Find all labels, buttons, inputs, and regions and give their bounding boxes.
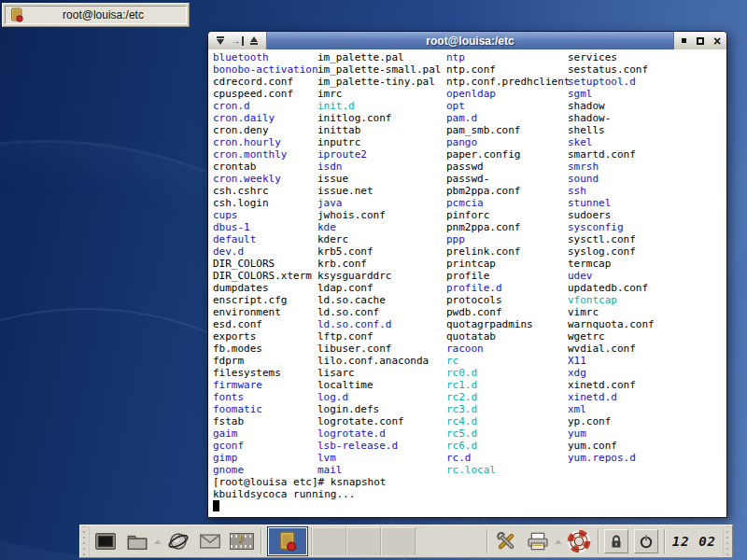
file-entry: ld.so.conf.d [317, 318, 441, 330]
file-entry: dbus-1 [213, 221, 318, 233]
file-entry: cron.deny [213, 124, 318, 136]
file-entry: printcap [446, 258, 570, 270]
panel-hide-handle-left[interactable] [80, 526, 90, 556]
file-entry: pam_smb.conf [446, 124, 570, 136]
file-entry: protocols [446, 294, 570, 306]
panel-hide-handle-right[interactable] [723, 526, 732, 556]
file-entry: cron.monthly [213, 148, 318, 161]
globe-browser-icon[interactable] [164, 527, 192, 555]
file-entry: sestatus.conf [568, 63, 655, 76]
file-entry: pbm2ppa.conf [446, 185, 570, 197]
file-entry: quotatab [446, 330, 570, 343]
file-entry: yp.conf [568, 415, 655, 427]
file-entry: cdrecord.conf [213, 76, 318, 88]
file-entry: vfontcap [568, 294, 655, 306]
file-entry: initlog.conf [317, 112, 441, 124]
mail-envelope-icon[interactable] [196, 527, 224, 555]
taskbar-task-button[interactable]: root@louisa:/etc [5, 6, 187, 24]
file-entry: gconf [213, 440, 318, 452]
file-entry: java [317, 197, 441, 209]
file-entry: ld.so.cache [317, 294, 441, 306]
popup-arrow-icon[interactable] [555, 539, 562, 544]
file-entry: bluetooth [213, 51, 318, 63]
window-titlebar[interactable]: → root@louisa:/etc × [208, 32, 726, 49]
file-entry: issue [317, 173, 441, 185]
file-entry: opt [446, 100, 570, 112]
file-entry: services [568, 51, 655, 63]
power-icon[interactable] [634, 529, 658, 553]
file-entry: rc4.d [446, 415, 570, 427]
file-listing: bluetoothbonobo-activationcdrecord.confc… [213, 51, 726, 476]
file-entry: fonts [213, 391, 318, 403]
eject-icon[interactable] [247, 35, 261, 48]
file-entry: localtime [317, 379, 441, 391]
taskbar-active-window-button[interactable] [267, 526, 308, 556]
file-entry: X11 [568, 355, 655, 367]
file-entry: prelink.conf [446, 245, 570, 258]
file-entry: lilo.conf.anaconda [317, 355, 441, 367]
file-entry: rc3.d [446, 403, 570, 415]
file-entry: kderc [317, 233, 441, 245]
file-entry: ld.so.conf [317, 306, 441, 318]
file-entry: termcap [568, 258, 655, 270]
file-entry: ntp [446, 51, 570, 63]
help-lifesaver-icon[interactable] [565, 527, 593, 555]
bottom-panel: ♪ [79, 525, 733, 558]
window-title: root@louisa:/etc [267, 32, 673, 49]
utilities-tools-icon[interactable] [492, 527, 520, 555]
file-entry: dumpdates [213, 282, 318, 294]
maximize-icon[interactable] [694, 35, 707, 48]
titlebar-left-cap: → [208, 32, 267, 49]
file-entry: racoon [446, 343, 570, 355]
file-entry: shells [568, 124, 655, 136]
konsole-icon [277, 531, 298, 552]
file-entry: xinetd.conf [568, 379, 655, 391]
multimedia-film-icon[interactable]: ♪ [228, 527, 256, 555]
terminal-output[interactable]: bluetoothbonobo-activationcdrecord.confc… [208, 49, 726, 517]
lock-icon[interactable] [604, 529, 628, 553]
file-entry: vimrc [568, 306, 655, 318]
file-entry: xdg [568, 367, 655, 379]
file-entry: sound [568, 173, 655, 185]
file-entry: ksysguarddrc [317, 270, 441, 282]
printer-icon[interactable] [524, 527, 552, 555]
minimize-icon[interactable] [677, 35, 690, 48]
taskbar-empty-slot [312, 527, 346, 555]
popup-arrow-icon[interactable] [154, 539, 162, 544]
file-entry: exports [213, 330, 318, 343]
terminal-icon[interactable] [92, 527, 120, 555]
file-entry: wgetrc [568, 330, 655, 343]
panel-separator [261, 529, 261, 553]
file-entry: warnquota.conf [568, 318, 655, 330]
file-entry: crontab [213, 161, 318, 173]
close-icon[interactable]: × [711, 35, 724, 48]
file-entry: cron.hourly [213, 136, 318, 148]
file-entry: gaim [213, 427, 318, 440]
file-entry: updatedb.conf [568, 282, 655, 294]
file-entry: paper.config [446, 148, 570, 161]
panel-clock[interactable]: 12 02 [672, 534, 716, 549]
file-entry: rc.d [446, 452, 570, 464]
panel-separator [598, 529, 599, 553]
file-entry: rc.local [446, 464, 570, 476]
folder-icon[interactable] [123, 527, 151, 555]
file-entry: enscript.cfg [213, 294, 318, 306]
file-entry: stunnel [568, 197, 655, 209]
menu-triangle-icon[interactable] [214, 35, 227, 48]
file-entry: shadow- [568, 112, 655, 124]
send-to-tab-icon[interactable]: → [231, 35, 244, 48]
file-entry: im_palette-small.pal [317, 63, 441, 76]
file-entry: rc1.d [446, 379, 570, 391]
file-entry: smartd.conf [568, 148, 655, 161]
file-entry: passwd- [446, 173, 570, 185]
file-entry: im_palette.pal [317, 51, 441, 63]
file-entry: login.defs [317, 403, 441, 415]
file-entry: quotagrpadmins [446, 318, 570, 330]
file-entry: imrc [317, 88, 441, 100]
file-entry: im_palette-tiny.pal [317, 76, 441, 88]
file-entry: issue.net [317, 185, 441, 197]
desktop: root@louisa:/etc → root@louisa:/etc × bl… [0, 0, 747, 560]
file-entry: iproute2 [317, 148, 441, 161]
file-entry: lvm [317, 452, 441, 464]
file-entry: fstab [213, 415, 318, 427]
